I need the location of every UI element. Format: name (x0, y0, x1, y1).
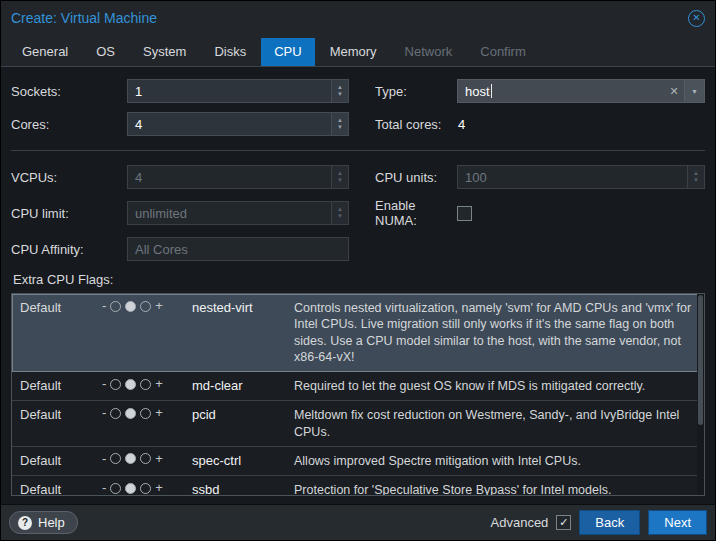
flag-state: Default (20, 300, 102, 315)
cpu-flags-grid: Default - + nested-virt Controls nested … (11, 293, 705, 496)
form-row: CPU limit: unlimited ▲▼ Enable NUMA: (11, 198, 705, 228)
grid-scrollbar[interactable] (697, 294, 704, 495)
type-label: Type: (375, 84, 457, 99)
slider-dot-default[interactable] (125, 379, 136, 390)
cpu-form: Sockets: 1 ▲▼ Type: host ✕ ▼ Cores: 4 ▲▼ (1, 67, 715, 504)
slider-dot-off[interactable] (110, 408, 121, 419)
flag-row-spec-ctrl[interactable]: Default - + spec-ctrl Allows improved Sp… (12, 447, 704, 476)
slider-minus[interactable]: - (102, 300, 106, 312)
slider-minus[interactable]: - (102, 453, 106, 465)
total-cores-label: Total cores: (375, 117, 457, 132)
form-row: Cores: 4 ▲▼ Total cores: 4 (11, 112, 705, 136)
advanced-checkbox[interactable]: ✓ (556, 515, 571, 530)
slider-dot-on[interactable] (140, 379, 151, 390)
help-button[interactable]: ? Help (9, 511, 78, 534)
tab-network: Network (392, 38, 466, 66)
spinner-arrows-icon: ▲▼ (331, 166, 348, 188)
slider-dot-off[interactable] (110, 453, 121, 464)
tab-os[interactable]: OS (83, 38, 128, 66)
spinner-arrows-icon[interactable]: ▲▼ (331, 80, 348, 102)
section-divider (11, 150, 705, 151)
advanced-label: Advanced (491, 515, 549, 530)
slider-dot-default[interactable] (125, 301, 136, 312)
flag-name: pcid (192, 407, 294, 422)
create-vm-dialog: Create: Virtual Machine ✕ General OS Sys… (0, 0, 716, 541)
flag-state: Default (20, 453, 102, 468)
slider-dot-on[interactable] (140, 483, 151, 494)
tab-disks[interactable]: Disks (201, 38, 259, 66)
sockets-label: Sockets: (11, 84, 127, 99)
flag-state: Default (20, 482, 102, 496)
slider-minus[interactable]: - (102, 482, 106, 494)
slider-dot-default[interactable] (125, 483, 136, 494)
cores-label: Cores: (11, 117, 127, 132)
flag-row-ssbd[interactable]: Default - + ssbd Protection for 'Specula… (12, 476, 704, 496)
flag-tristate-slider[interactable]: - + (102, 482, 192, 494)
slider-plus[interactable]: + (155, 300, 163, 312)
cpu-affinity-placeholder: All Cores (135, 242, 188, 257)
help-icon: ? (18, 516, 32, 530)
slider-dot-default[interactable] (125, 453, 136, 464)
flag-tristate-slider[interactable]: - + (102, 378, 192, 390)
cpu-limit-value: unlimited (135, 206, 187, 221)
tab-system[interactable]: System (130, 38, 199, 66)
flag-name: spec-ctrl (192, 453, 294, 468)
flag-tristate-slider[interactable]: - + (102, 300, 192, 312)
slider-minus[interactable]: - (102, 407, 106, 419)
clear-icon[interactable]: ✕ (664, 85, 684, 98)
extra-cpu-flags-label: Extra CPU Flags: (13, 272, 705, 287)
spinner-arrows-icon[interactable]: ▲▼ (331, 113, 348, 135)
flag-name: md-clear (192, 378, 294, 393)
flag-name: ssbd (192, 482, 294, 496)
form-row: CPU Affinity: All Cores (11, 237, 705, 261)
cores-stepper[interactable]: 4 ▲▼ (127, 112, 349, 136)
enable-numa-checkbox[interactable] (457, 206, 472, 221)
close-icon[interactable]: ✕ (688, 10, 705, 27)
cpu-units-stepper: 100 ▲▼ (457, 165, 705, 189)
spinner-arrows-icon: ▲▼ (687, 166, 704, 188)
slider-dot-on[interactable] (140, 301, 151, 312)
flag-row-pcid[interactable]: Default - + pcid Meltdown fix cost reduc… (12, 401, 704, 447)
slider-plus[interactable]: + (155, 482, 163, 494)
slider-dot-on[interactable] (140, 408, 151, 419)
slider-plus[interactable]: + (155, 407, 163, 419)
vcpus-stepper: 4 ▲▼ (127, 165, 349, 189)
flag-description: Meltdown fix cost reduction on Westmere,… (294, 407, 694, 440)
dialog-title: Create: Virtual Machine (11, 10, 157, 26)
cpu-units-label: CPU units: (375, 170, 457, 185)
footer-actions: Advanced ✓ Back Next (491, 510, 707, 535)
slider-minus[interactable]: - (102, 378, 106, 390)
slider-dot-off[interactable] (110, 483, 121, 494)
spinner-arrows-icon: ▲▼ (331, 202, 348, 224)
cpu-affinity-field: All Cores (127, 237, 349, 261)
type-combobox[interactable]: host ✕ ▼ (457, 79, 705, 103)
form-row: Sockets: 1 ▲▼ Type: host ✕ ▼ (11, 79, 705, 103)
chevron-down-icon[interactable]: ▼ (684, 80, 704, 102)
next-button[interactable]: Next (648, 510, 707, 535)
cpu-units-value: 100 (465, 170, 487, 185)
slider-dot-off[interactable] (110, 301, 121, 312)
flag-row-md-clear[interactable]: Default - + md-clear Required to let the… (12, 372, 704, 401)
cpu-limit-label: CPU limit: (11, 206, 127, 221)
slider-dot-on[interactable] (140, 453, 151, 464)
vcpus-label: VCPUs: (11, 170, 127, 185)
flag-tristate-slider[interactable]: - + (102, 407, 192, 419)
dialog-titlebar: Create: Virtual Machine ✕ (1, 1, 715, 35)
cpu-affinity-label: CPU Affinity: (11, 242, 127, 257)
total-cores-value: 4 (457, 117, 705, 132)
tab-memory[interactable]: Memory (317, 38, 390, 66)
combo-tools: ✕ ▼ (664, 80, 704, 102)
flag-tristate-slider[interactable]: - + (102, 453, 192, 465)
scrollbar-thumb[interactable] (698, 295, 703, 425)
slider-plus[interactable]: + (155, 378, 163, 390)
enable-numa-label: Enable NUMA: (375, 198, 457, 228)
back-button[interactable]: Back (579, 510, 640, 535)
tab-cpu[interactable]: CPU (261, 38, 314, 66)
slider-plus[interactable]: + (155, 453, 163, 465)
sockets-stepper[interactable]: 1 ▲▼ (127, 79, 349, 103)
tab-bar: General OS System Disks CPU Memory Netwo… (1, 35, 715, 67)
flag-row-nested-virt[interactable]: Default - + nested-virt Controls nested … (12, 294, 704, 372)
tab-general[interactable]: General (9, 38, 81, 66)
slider-dot-default[interactable] (125, 408, 136, 419)
slider-dot-off[interactable] (110, 379, 121, 390)
